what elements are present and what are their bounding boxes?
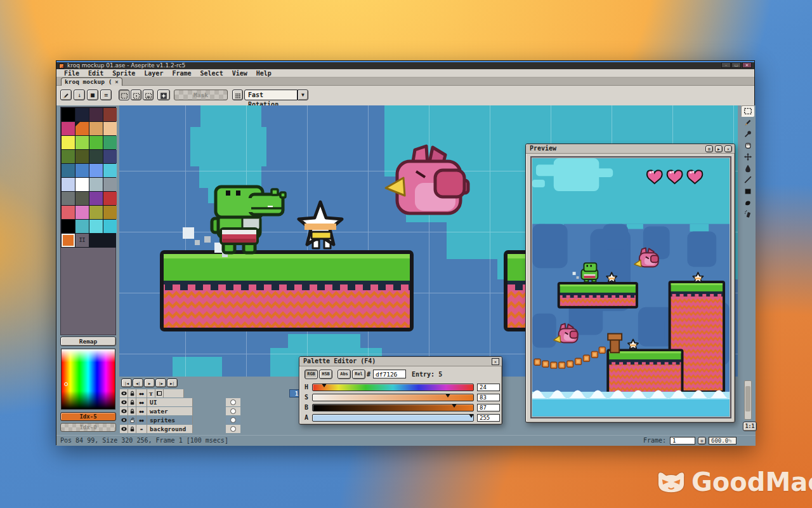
palette-swatch[interactable] xyxy=(62,178,75,191)
palette-swatch[interactable] xyxy=(62,150,75,163)
scrollbar-thumb[interactable] xyxy=(745,386,750,411)
palette-sort-icon[interactable]: ↓ xyxy=(74,90,85,100)
palette-swatch[interactable] xyxy=(62,108,75,121)
prev-frame-button[interactable]: ◀| xyxy=(133,378,143,387)
palette-swatch[interactable] xyxy=(75,122,89,135)
close-button[interactable]: ✕ xyxy=(742,62,752,68)
lock-icon[interactable] xyxy=(128,398,136,406)
selection-replace-button[interactable] xyxy=(119,90,129,100)
hue-value[interactable] xyxy=(477,384,500,391)
palette-swatch[interactable] xyxy=(89,178,103,191)
tool-blur[interactable] xyxy=(741,163,754,174)
brightness-value[interactable] xyxy=(477,404,500,411)
tool-contour[interactable] xyxy=(741,197,754,208)
next-frame-button[interactable]: |▶ xyxy=(155,378,166,387)
hex-input[interactable] xyxy=(373,370,406,378)
palette-edit-button[interactable] xyxy=(60,90,72,100)
preview-titlebar[interactable]: Preview ⊞ ▶ ✕ xyxy=(526,144,735,154)
eye-icon[interactable] xyxy=(120,398,128,406)
menu-edit[interactable]: Edit xyxy=(84,70,108,77)
palette-swatch[interactable] xyxy=(103,192,117,205)
preview-play-icon[interactable]: ▶ xyxy=(715,145,723,152)
menu-file[interactable]: File xyxy=(60,70,84,77)
tool-move[interactable] xyxy=(741,151,754,163)
saturation-value[interactable] xyxy=(477,394,500,401)
selection-subtract-button[interactable] xyxy=(143,90,154,100)
menu-frame[interactable]: Frame xyxy=(167,70,195,77)
menu-help[interactable]: Help xyxy=(252,70,276,77)
palette-options-icon[interactable]: ≡ xyxy=(100,90,112,100)
add-frame-button[interactable]: + xyxy=(698,437,706,444)
rgb-button[interactable]: RGB xyxy=(304,370,318,379)
palette-swatch[interactable] xyxy=(75,108,89,121)
slider-marker[interactable] xyxy=(469,414,474,418)
alpha-slider[interactable] xyxy=(312,414,474,422)
palette-swatch[interactable] xyxy=(89,164,103,177)
palette-swatch[interactable] xyxy=(62,234,75,247)
palette-swatch[interactable] xyxy=(89,108,103,121)
preview-viewport[interactable] xyxy=(530,156,731,418)
palette-editor-titlebar[interactable]: Palette Editor (F4) ✕ xyxy=(299,357,502,366)
minimize-button[interactable]: – xyxy=(721,62,731,68)
tab-close-icon[interactable]: × xyxy=(115,78,118,86)
slider-marker[interactable] xyxy=(445,394,450,398)
last-frame-button[interactable]: ▶| xyxy=(167,378,178,387)
frame-input[interactable] xyxy=(670,437,695,444)
palette-swatch[interactable] xyxy=(103,150,117,163)
maximize-button[interactable]: ▭ xyxy=(731,62,741,68)
eye-icon[interactable] xyxy=(120,407,128,415)
palette-editor-close-icon[interactable]: ✕ xyxy=(492,358,499,365)
palette-swatch[interactable] xyxy=(75,220,89,233)
palette-swatch[interactable] xyxy=(103,220,117,233)
palette-swatch[interactable] xyxy=(75,136,89,149)
selection-add-button[interactable] xyxy=(131,90,141,100)
palette-swatch[interactable] xyxy=(62,164,75,177)
rel-button[interactable]: Rel xyxy=(352,370,365,379)
layer-row-background[interactable]: ▬ background xyxy=(120,425,193,433)
palette-swatch[interactable] xyxy=(89,150,103,163)
menu-select[interactable]: Select xyxy=(196,70,228,77)
menu-view[interactable]: View xyxy=(228,70,252,77)
palette-swatch[interactable] xyxy=(103,206,117,219)
tool-pencil[interactable] xyxy=(741,117,754,128)
saturation-slider[interactable] xyxy=(312,394,474,401)
tool-rectangle[interactable] xyxy=(741,185,754,197)
cel-cell[interactable] xyxy=(226,407,240,415)
tool-spray[interactable] xyxy=(741,208,754,220)
palette-swatch[interactable] xyxy=(62,136,75,149)
palette-swatch[interactable] xyxy=(89,206,103,219)
palette-swatch[interactable] xyxy=(75,164,89,177)
slider-marker[interactable] xyxy=(452,404,457,408)
palette-swatch[interactable] xyxy=(89,220,103,233)
tool-line[interactable] xyxy=(741,174,754,185)
rotation-dropdown[interactable]: Fast Rotation xyxy=(244,90,298,100)
palette-swatch[interactable] xyxy=(62,192,75,205)
timeline-scrollbar[interactable] xyxy=(744,380,752,420)
background-color-button[interactable]: Idx-0 xyxy=(60,423,116,432)
lock-icon[interactable] xyxy=(128,425,136,433)
play-button[interactable]: ▶ xyxy=(144,378,155,387)
palette-swatch[interactable] xyxy=(103,108,117,121)
palette-swatch[interactable] xyxy=(89,122,103,135)
cel-cell[interactable] xyxy=(226,398,240,406)
cel-cell[interactable] xyxy=(226,425,240,433)
selection-sparkle-button[interactable] xyxy=(157,90,170,100)
cel-cell[interactable] xyxy=(226,416,240,424)
menu-sprite[interactable]: Sprite xyxy=(108,70,140,77)
palette-swatch[interactable] xyxy=(89,136,103,149)
palette-swatch[interactable] xyxy=(62,122,75,135)
palette-swatch[interactable] xyxy=(103,122,117,135)
palette-swatch[interactable] xyxy=(75,206,89,219)
one-to-one-button[interactable]: 1:1 xyxy=(743,422,757,431)
first-frame-button[interactable]: |◀ xyxy=(121,378,132,387)
layer-row-sprites[interactable]: ●● sprites xyxy=(120,416,193,424)
preview-center-icon[interactable]: ⊞ xyxy=(705,145,713,152)
hsb-button[interactable]: HSB xyxy=(319,370,332,379)
tab-kroq-mockup[interactable]: kroq mockup ( × xyxy=(61,77,122,86)
eye-icon[interactable] xyxy=(120,389,128,398)
hue-slider[interactable] xyxy=(312,384,474,391)
menu-layer[interactable]: Layer xyxy=(140,70,167,77)
palette-swatch[interactable] xyxy=(75,150,89,163)
remap-button[interactable]: Remap xyxy=(60,337,116,346)
palette-swatch[interactable] xyxy=(89,192,103,205)
